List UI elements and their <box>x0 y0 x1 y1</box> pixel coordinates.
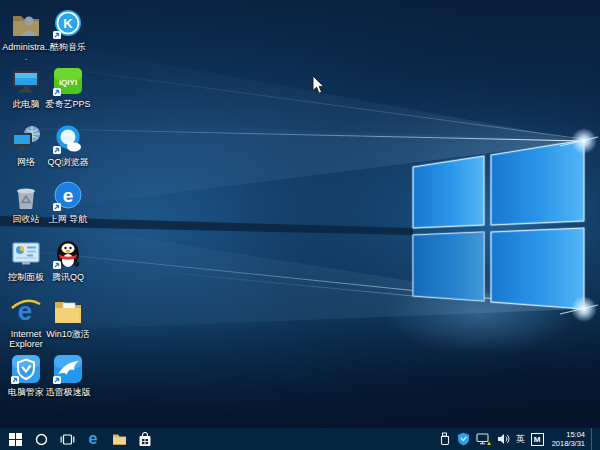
control-panel-icon <box>10 238 42 270</box>
icon-label: 爱奇艺PPS <box>45 99 90 109</box>
network-icon <box>10 123 42 155</box>
windows-desktop-screen: Administra... K 酷狗音乐 <box>0 0 600 450</box>
icon-label: 网络 <box>17 157 35 167</box>
desktop-icon-pc-manager[interactable]: 电脑管家 <box>2 353 50 397</box>
microsoft-store-button[interactable] <box>132 428 158 450</box>
taskbar-clock[interactable]: 15:04 2018/3/31 <box>550 430 585 448</box>
thunder-bird-icon <box>52 353 84 385</box>
kugou-music-icon: K <box>52 8 84 40</box>
this-pc-icon <box>10 65 42 97</box>
web-navigation-icon: e <box>52 180 84 212</box>
task-view-icon <box>60 433 75 446</box>
taskbar-left: e <box>0 428 158 450</box>
qq-browser-icon <box>52 123 84 155</box>
file-explorer-icon <box>112 433 127 446</box>
ime-language-indicator[interactable]: 英 <box>516 435 525 444</box>
desktop-icon-internet-explorer[interactable]: e Internet Explorer <box>2 295 50 349</box>
icon-label: 上网 导航 <box>49 214 88 224</box>
icon-label: 回收站 <box>13 214 40 224</box>
win10-folder-icon <box>52 295 84 327</box>
icon-label: 控制面板 <box>8 272 44 282</box>
volume-icon[interactable] <box>497 433 510 445</box>
desktop-icon-thunder-lite[interactable]: 迅雷极速版 <box>44 353 92 397</box>
svg-text:e: e <box>63 185 74 206</box>
icon-label: 此电脑 <box>13 99 40 109</box>
recycle-bin-icon <box>10 180 42 212</box>
icon-label: QQ浏览器 <box>47 157 88 167</box>
cortana-circle-icon <box>35 433 48 446</box>
user-folder-icon <box>10 8 42 40</box>
icon-label: 迅雷极速版 <box>46 387 91 397</box>
icon-label: Internet Explorer <box>2 329 50 349</box>
pc-manager-icon <box>10 353 42 385</box>
desktop-icon-this-pc[interactable]: 此电脑 <box>2 65 50 109</box>
system-tray: 英 M 15:04 2018/3/31 <box>439 428 600 450</box>
desktop-icon-qq-browser[interactable]: QQ浏览器 <box>44 123 92 167</box>
desktop-icon-web-navigation[interactable]: e 上网 导航 <box>44 180 92 224</box>
show-desktop-button[interactable] <box>591 428 596 450</box>
svg-text:K: K <box>63 16 73 31</box>
icon-label: Administra... <box>2 42 50 62</box>
edge-icon: e <box>85 431 101 447</box>
security-shield-icon[interactable] <box>457 432 470 446</box>
network-status-icon[interactable] <box>476 432 491 446</box>
iqiyi-pps-icon: iQIYI <box>52 65 84 97</box>
svg-text:e: e <box>89 431 98 447</box>
icon-label: 酷狗音乐 <box>50 42 86 52</box>
usb-safely-remove-icon[interactable] <box>439 432 451 446</box>
desktop-icon-network[interactable]: 网络 <box>2 123 50 167</box>
icon-label: 电脑管家 <box>8 387 44 397</box>
cortana-search-button[interactable] <box>28 428 54 450</box>
desktop-icon-kugou-music[interactable]: K 酷狗音乐 <box>44 8 92 52</box>
edge-taskbar-button[interactable]: e <box>80 428 106 450</box>
store-icon <box>138 432 152 447</box>
desktop-icon-iqiyi-pps[interactable]: iQIYI 爱奇艺PPS <box>44 65 92 109</box>
icon-label: Win10激活 <box>46 329 90 339</box>
start-button[interactable] <box>2 428 28 450</box>
svg-text:iQIYI: iQIYI <box>59 78 77 87</box>
desktop-icon-recycle-bin[interactable]: 回收站 <box>2 180 50 224</box>
tencent-qq-icon <box>52 238 84 270</box>
desktop-icon-administrator[interactable]: Administra... <box>2 8 50 62</box>
file-explorer-button[interactable] <box>106 428 132 450</box>
icon-label: 腾讯QQ <box>52 272 84 282</box>
windows-logo-icon <box>9 433 22 446</box>
desktop-icon-tencent-qq[interactable]: 腾讯QQ <box>44 238 92 282</box>
desktop-icon-win10-activation[interactable]: Win10激活 <box>44 295 92 339</box>
desktop-icon-control-panel[interactable]: 控制面板 <box>2 238 50 282</box>
clock-time: 15:04 <box>552 430 585 439</box>
taskbar: e <box>0 428 600 450</box>
ime-mode-indicator[interactable]: M <box>531 433 544 446</box>
desktop[interactable]: Administra... K 酷狗音乐 <box>0 0 600 428</box>
internet-explorer-icon: e <box>10 295 42 327</box>
task-view-button[interactable] <box>54 428 80 450</box>
clock-date: 2018/3/31 <box>552 439 585 448</box>
